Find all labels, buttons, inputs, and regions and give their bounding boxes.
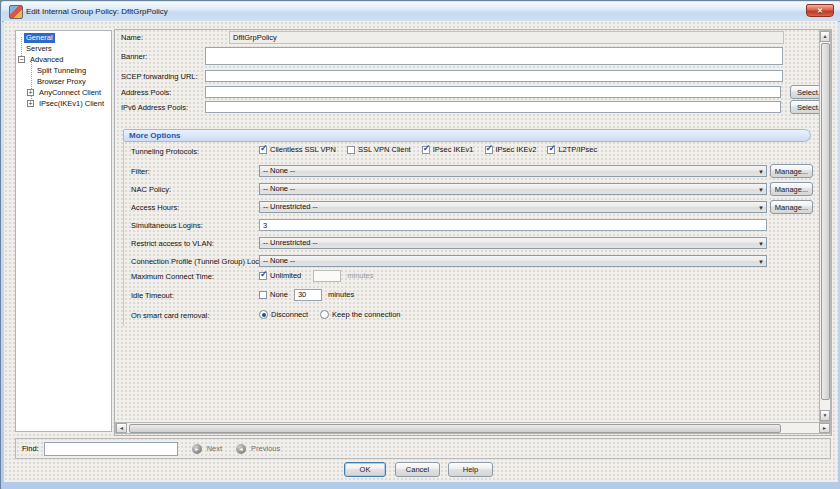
smart-card-options-row: Disconnect Keep the connection [259,308,401,321]
scroll-right-icon[interactable]: ► [819,423,830,433]
check-icon: ✓ [548,144,556,153]
unlimited-checkbox[interactable]: ✓ [259,272,267,280]
smart-card-label: On smart card removal: [131,311,209,320]
find-previous-button[interactable]: Previous [251,444,280,453]
max-connect-time-row: ✓ Unlimited minutes [259,269,374,282]
filter-dropdown[interactable]: -- None --▼ [259,165,767,177]
address-pools-label: Address Pools: [121,88,171,97]
banner-label: Banner: [121,52,147,61]
chevron-down-icon: ▼ [758,257,764,267]
clientless-ssl-vpn-checkbox[interactable]: ✓ [259,146,267,154]
banner-input[interactable] [205,47,783,65]
disconnect-label: Disconnect [271,310,308,319]
tree-item-ipsec-client[interactable]: IPsec(IKEv1) Client [37,99,106,109]
find-next-button[interactable]: Next [207,444,222,453]
protocol-option: ✓L2TP/IPsec [547,145,597,154]
access-hours-label: Access Hours: [131,203,179,212]
simultaneous-logins-label: Simultaneous Logins: [131,221,203,230]
title-bar[interactable]: Edit Internal Group Policy: DfltGrpPolic… [2,2,840,22]
check-icon: ✓ [486,144,494,153]
check-icon: ✓ [423,144,431,153]
none-label: None [270,290,288,299]
idle-timeout-input[interactable] [294,289,322,301]
chevron-down-icon: ▼ [758,167,764,177]
scroll-down-icon[interactable]: ▼ [820,410,830,421]
disconnect-radio[interactable] [259,310,268,319]
max-connect-minutes-label: minutes [347,271,373,280]
l2tp-ipsec-checkbox[interactable]: ✓ [547,146,555,154]
nac-policy-dropdown[interactable]: -- None --▼ [259,183,767,195]
scroll-up-icon[interactable]: ▲ [820,31,830,42]
filter-label: Filter: [131,167,150,176]
vertical-scroll-thumb[interactable] [821,43,830,400]
close-icon[interactable]: ✕ [806,4,834,17]
find-input[interactable] [44,442,178,456]
cancel-button[interactable]: Cancel [395,462,440,477]
more-options-border [123,142,124,326]
protocol-option: ✓IPsec IKEv2 [485,145,537,154]
restrict-vlan-label: Restrict access to VLAN: [131,239,214,248]
idle-minutes-label: minutes [328,290,354,299]
dialog-icon [9,5,23,19]
scroll-left-icon[interactable]: ◄ [116,423,127,433]
scep-url-label: SCEP forwarding URL: [121,72,198,81]
nav-tree: General Servers − Advanced Split Tunneli… [15,30,112,432]
collapse-icon[interactable]: − [18,56,25,63]
ssl-vpn-client-checkbox[interactable]: ✓ [347,146,355,154]
chevron-down-icon: ▼ [758,203,764,213]
dialog-title: Edit Internal Group Policy: DfltGrpPolic… [26,7,168,16]
filter-manage-button[interactable]: Manage... [770,164,813,178]
ipsec-ikev2-checkbox[interactable]: ✓ [485,146,493,154]
address-pools-input[interactable] [205,86,781,98]
scep-url-input[interactable] [205,70,783,82]
access-hours-manage-button[interactable]: Manage... [770,200,813,214]
expand-icon[interactable]: + [27,100,34,107]
previous-icon[interactable]: ◂ [236,444,246,454]
tree-item-anyconnect-client[interactable]: AnyConnect Client [37,88,103,98]
restrict-vlan-dropdown[interactable]: -- Unrestricted --▼ [259,237,767,249]
check-icon: ✓ [260,144,268,153]
protocol-option: ✓IPsec IKEv1 [422,145,474,154]
tree-item-advanced[interactable]: Advanced [28,55,65,65]
chevron-down-icon: ▼ [758,185,764,195]
name-field: DfltGrpPolicy [229,31,784,44]
tunneling-protocols-label: Tunneling Protocols: [131,147,199,156]
protocol-option: ✓SSL VPN Client [347,145,411,154]
tunneling-protocols-group: ✓Clientless SSL VPN ✓SSL VPN Client ✓IPs… [259,143,597,156]
idle-timeout-row: ✓ None minutes [259,288,354,301]
ipv6-pools-input[interactable] [205,101,781,113]
chevron-down-icon: ▼ [758,239,764,249]
help-button[interactable]: Help [448,462,493,477]
ok-button[interactable]: OK [344,462,386,477]
horizontal-scroll-thumb[interactable] [129,424,781,433]
tree-item-general[interactable]: General [24,33,55,43]
ipsec-ikev1-checkbox[interactable]: ✓ [422,146,430,154]
tree-connector-line [31,62,32,103]
next-icon[interactable]: ▸ [192,444,202,454]
idle-timeout-label: Idle Timeout: [131,291,174,300]
keep-connection-radio[interactable] [320,310,329,319]
tree-item-servers[interactable]: Servers [24,44,54,54]
horizontal-scrollbar[interactable]: ◄ ► [115,422,831,434]
nac-policy-manage-button[interactable]: Manage... [770,182,813,196]
find-label: Find: [22,444,39,453]
unlimited-label: Unlimited [270,271,301,280]
nac-policy-label: NAC Policy: [131,185,171,194]
protocol-option: ✓Clientless SSL VPN [259,145,336,154]
simultaneous-logins-input[interactable] [259,219,767,231]
access-hours-dropdown[interactable]: -- Unrestricted --▼ [259,201,767,213]
max-connect-time-input [313,270,341,282]
keep-connection-label: Keep the connection [332,310,400,319]
more-options-header[interactable]: More Options [123,129,811,142]
expand-icon[interactable]: + [27,89,34,96]
tree-item-browser-proxy[interactable]: Browser Proxy [35,77,88,87]
find-bar: Find: ▸ Next ◂ Previous [15,438,831,459]
tunnel-group-lock-dropdown[interactable]: -- None --▼ [259,255,767,267]
tunnel-group-lock-label: Connection Profile (Tunnel Group) Lock: [131,257,265,266]
edit-group-policy-dialog: Edit Internal Group Policy: DfltGrpPolic… [0,0,840,489]
ipv6-pools-label: IPv6 Address Pools: [121,103,188,112]
none-checkbox[interactable]: ✓ [259,291,267,299]
tree-item-split-tunneling[interactable]: Split Tunneling [35,66,88,76]
vertical-scrollbar[interactable]: ▲ ▼ [819,30,831,422]
max-connect-time-label: Maximum Connect Time: [131,272,214,281]
